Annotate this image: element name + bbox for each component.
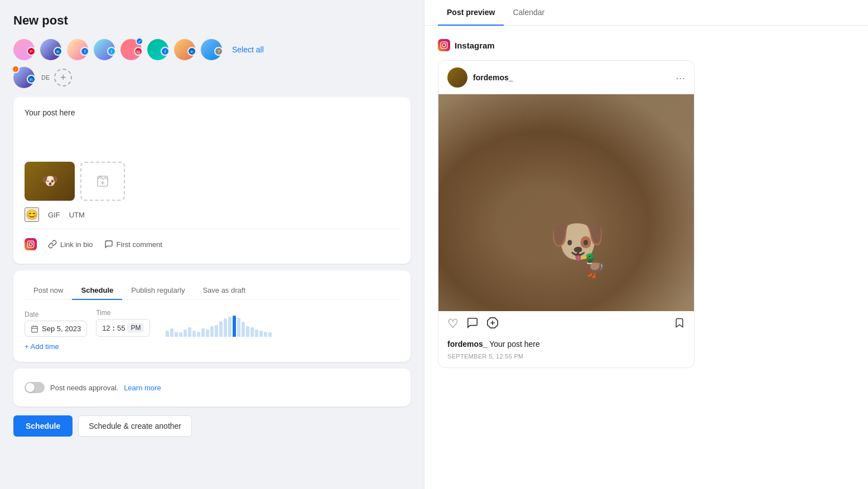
first-comment-option[interactable]: First comment [104, 240, 162, 249]
bar-12 [219, 321, 223, 337]
date-input[interactable]: Sep 5, 2023 [25, 321, 87, 337]
bar-21 [259, 331, 263, 337]
bar-20 [255, 330, 258, 337]
time-minute: 55 [117, 324, 125, 332]
divider [25, 229, 399, 229]
warning-account-label: DE [41, 74, 50, 81]
toggle-knob [26, 383, 35, 392]
account-avatar-twitter[interactable]: t [94, 39, 115, 60]
engagement-bar-chart [166, 314, 272, 337]
platform-badge-other: ? [214, 47, 223, 56]
svg-point-12 [442, 43, 446, 47]
bar-8 [201, 328, 205, 337]
gif-button[interactable]: GIF [48, 211, 60, 219]
svg-point-1 [100, 178, 101, 179]
bar-14 [228, 317, 232, 337]
account-avatar-facebook2[interactable]: f [147, 39, 168, 60]
selected-checkmark: ✓ [136, 37, 143, 45]
bar-23 [268, 332, 272, 337]
bar-4 [184, 330, 187, 337]
svg-point-5 [29, 243, 32, 246]
add-media-button[interactable] [80, 162, 125, 201]
bar-10 [210, 326, 214, 337]
bar-1 [170, 328, 173, 337]
instagram-caption: fordemos_ Your post here [438, 337, 694, 351]
instagram-extras: Link in bio First comment [25, 236, 399, 253]
date-field-group: Date Sep 5, 2023 [25, 311, 87, 337]
tab-post-now[interactable]: Post now [25, 282, 72, 300]
account-avatar-other[interactable]: ? [201, 39, 222, 60]
caption-content: Your post here [489, 340, 540, 348]
bar-13 [224, 318, 227, 337]
post-textarea[interactable]: Your post here [25, 108, 399, 153]
warning-badge: ! [12, 65, 20, 73]
bar-17 [242, 322, 245, 337]
account-avatar-facebook[interactable]: f [67, 39, 88, 60]
platform-badge-twitter: t [107, 47, 116, 56]
approval-card: Post needs approval. Learn more [13, 369, 411, 406]
instagram-preview-card: fordemos_ ··· 🐶 🦆 ♡ [438, 60, 695, 368]
account-avatar-warning[interactable]: in ! [13, 67, 35, 88]
link-in-bio-option[interactable]: Link in bio [48, 240, 93, 249]
tab-save-draft[interactable]: Save as draft [194, 282, 254, 300]
select-all-button[interactable]: Select all [228, 43, 268, 56]
svg-rect-11 [441, 42, 447, 49]
account-avatar-linkedin[interactable]: in [40, 39, 61, 60]
time-separator: : [113, 324, 115, 332]
schedule-tabs: Post now Schedule Publish regularly Save… [25, 282, 399, 300]
media-thumbnail[interactable]: 🐶 [25, 162, 75, 201]
svg-point-6 [32, 242, 33, 243]
svg-point-13 [446, 43, 446, 43]
save-button[interactable] [674, 317, 685, 332]
bar-2 [175, 332, 178, 337]
like-button[interactable]: ♡ [447, 317, 459, 332]
tab-calendar[interactable]: Calendar [504, 0, 553, 26]
compose-tools: 😊 GIF UTM [25, 207, 399, 222]
ampm-button[interactable]: PM [127, 323, 144, 333]
platform-label: Instagram [438, 39, 855, 51]
account-avatar-instagram[interactable]: ig ✓ [120, 39, 142, 60]
bar-3 [179, 332, 182, 337]
account-avatar-pinterest[interactable]: P [13, 39, 35, 60]
instagram-post-image: 🐶 🦆 [438, 94, 694, 311]
add-account-button[interactable]: + [54, 69, 72, 86]
preview-instagram-icon [438, 39, 450, 51]
time-hour: 12 [102, 324, 110, 332]
platform-badge-pinterest: P [27, 47, 36, 56]
tab-post-preview[interactable]: Post preview [438, 0, 504, 26]
bar-15 [233, 316, 236, 337]
calendar-icon [31, 325, 38, 333]
platform-badge-linkedin2: in [187, 47, 196, 56]
platform-name: Instagram [455, 41, 495, 50]
comment-button[interactable] [466, 317, 479, 332]
learn-more-link[interactable]: Learn more [124, 384, 161, 392]
time-input[interactable]: 12 : 55 PM [96, 319, 150, 337]
schedule-create-another-button[interactable]: Schedule & create another [78, 415, 192, 437]
instagram-date: SEPTEMBER 5, 12:55 PM [438, 351, 694, 367]
instagram-more-button[interactable]: ··· [676, 71, 685, 84]
platform-badge-linkedin: in [54, 47, 62, 56]
time-label: Time [96, 309, 150, 317]
account-selector: P in f t ig ✓ f in [13, 39, 411, 60]
instagram-actions: ♡ [438, 311, 694, 337]
instagram-avatar [447, 67, 467, 88]
account-avatar-linkedin2[interactable]: in [174, 39, 195, 60]
approval-toggle[interactable] [25, 382, 45, 393]
bar-16 [237, 318, 240, 337]
bar-11 [215, 325, 218, 337]
utm-button[interactable]: UTM [69, 211, 85, 219]
add-time-button[interactable]: + Add time [25, 342, 59, 351]
approval-row: Post needs approval. Learn more [25, 377, 399, 398]
first-comment-label: First comment [117, 240, 162, 249]
schedule-button[interactable]: Schedule [13, 415, 73, 437]
instagram-username: fordemos_ [473, 73, 513, 82]
bar-9 [206, 330, 209, 337]
emoji-button[interactable]: 😊 [25, 207, 39, 222]
media-row: 🐶 [25, 162, 399, 201]
tab-publish-regularly[interactable]: Publish regularly [122, 282, 194, 300]
bottom-buttons: Schedule Schedule & create another [13, 415, 411, 437]
bar-0 [166, 331, 169, 337]
platform-badge-facebook: f [80, 47, 89, 56]
share-button[interactable] [486, 317, 499, 332]
tab-schedule[interactable]: Schedule [72, 282, 122, 300]
